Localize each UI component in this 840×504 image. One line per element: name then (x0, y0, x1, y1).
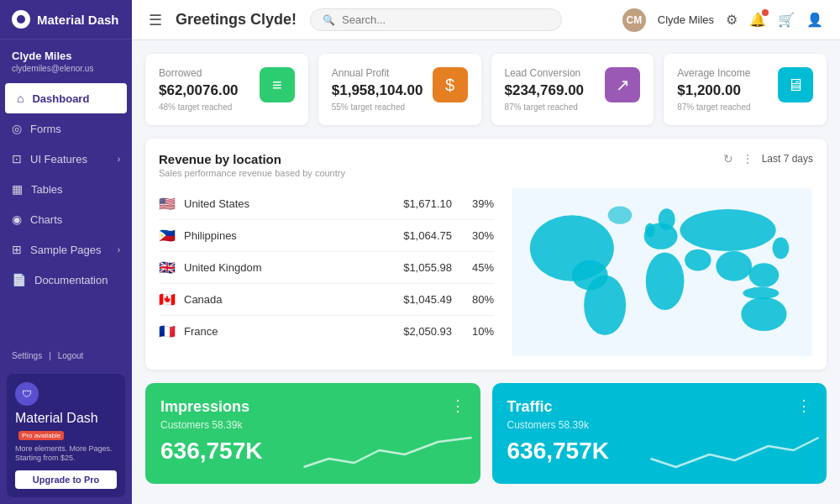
sidebar-user: Clyde Miles clydemiles@elenor.us (0, 39, 132, 83)
stat-value-borrowed: $62,0076.00 (159, 82, 260, 99)
traffic-menu-icon[interactable]: ⋮ (796, 398, 811, 413)
promo-card: 🛡 Material Dash Pro available More eleme… (7, 374, 125, 497)
sidebar-item-dashboard[interactable]: ⌂ Dashboard (5, 83, 127, 113)
traffic-chart (643, 425, 827, 484)
upgrade-button[interactable]: Upgrade to Pro (15, 470, 117, 489)
pct-fr: 10% (460, 325, 494, 338)
revenue-title: Revenue by location (159, 152, 345, 166)
sidebar-logo: Material Dash (0, 0, 132, 39)
svg-point-11 (772, 238, 789, 260)
sidebar-item-charts[interactable]: ◉ Charts (0, 204, 132, 234)
impressions-title: Impressions (160, 398, 249, 416)
svg-point-3 (584, 276, 626, 335)
stat-label-income: Average Income (677, 67, 778, 79)
sidebar-item-documentation[interactable]: 📄 Documentation (0, 265, 132, 295)
stat-info-borrowed: Borrowed $62,0076.00 48% target reached (159, 67, 260, 112)
revenue-row-uk: 🇬🇧 United Kingdom $1,055.98 45% (159, 252, 494, 284)
stat-value-income: $1,200.00 (677, 82, 778, 99)
sidebar-item-forms[interactable]: ◎ Forms (0, 113, 132, 144)
nav-label-documentation: Documentation (34, 274, 108, 286)
sidebar-item-ui-features[interactable]: ⊡ UI Features › (0, 144, 132, 174)
stat-cards: Borrowed $62,0076.00 48% target reached … (145, 54, 827, 125)
nav-label-tables: Tables (31, 183, 63, 196)
menu-icon[interactable]: ☰ (149, 11, 162, 29)
sample-pages-icon: ⊞ (12, 243, 22, 256)
stat-info-income: Average Income $1,200.00 87% target reac… (677, 67, 778, 112)
documentation-icon: 📄 (12, 273, 26, 286)
world-map (511, 188, 813, 356)
promo-icon: 🛡 (15, 382, 39, 406)
stat-sub-income: 87% target reached (677, 102, 778, 112)
stat-label-borrowed: Borrowed (159, 67, 260, 79)
revenue-title-area: Revenue by location Sales performance re… (159, 152, 345, 178)
bottom-cards: Impressions ⋮ Customers 58.39k 636,757K … (145, 383, 827, 484)
header-username: Clyde Miles (658, 13, 714, 26)
promo-title: Material Dash Pro available (15, 411, 117, 441)
svg-point-13 (608, 206, 633, 223)
revenue-header: Revenue by location Sales performance re… (159, 152, 813, 178)
stat-icon-profit: $ (433, 67, 468, 102)
flag-fr: 🇫🇷 (159, 323, 176, 339)
chevron-right-icon: › (118, 155, 120, 164)
header: ☰ Greetings Clyde! 🔍 CM Clyde Miles ⚙ 🔔 … (132, 0, 840, 40)
revenue-actions: ↻ ⋮ Last 7 days (723, 152, 813, 165)
stat-card-lead: Lead Conversion $234,769.00 87% target r… (491, 54, 654, 125)
settings-icon[interactable]: ⚙ (726, 12, 738, 28)
notifications-icon[interactable]: 🔔 (749, 12, 766, 28)
revenue-filter[interactable]: Last 7 days (762, 153, 813, 165)
more-icon[interactable]: ⋮ (742, 152, 753, 165)
sidebar: Material Dash Clyde Miles clydemiles@ele… (0, 0, 132, 504)
flag-uk: 🇬🇧 (159, 260, 176, 276)
flag-ph: 🇵🇭 (159, 228, 176, 244)
revenue-row-us: 🇺🇸 United States $1,671.10 39% (159, 188, 494, 220)
amount-ph: $1,064.75 (385, 229, 452, 242)
stat-sub-lead: 87% target reached (505, 102, 606, 112)
user-email: clydemiles@elenor.us (12, 64, 120, 73)
revenue-list: 🇺🇸 United States $1,671.10 39% 🇵🇭 Philip… (159, 188, 494, 356)
logout-link[interactable]: Logout (58, 351, 84, 360)
promo-title-text: Material Dash (15, 411, 98, 425)
user-icon[interactable]: 👤 (806, 12, 823, 28)
traffic-header: Traffic ⋮ (507, 398, 812, 416)
sidebar-item-tables[interactable]: ▦ Tables (0, 174, 132, 204)
stat-icon-lead: ↗ (605, 67, 640, 102)
impressions-header: Impressions ⋮ (160, 398, 465, 416)
impressions-chart (296, 425, 480, 484)
flag-ca: 🇨🇦 (159, 291, 176, 307)
pct-uk: 45% (460, 261, 494, 274)
promo-desc: More elements. More Pages. Starting from… (15, 444, 117, 464)
pct-us: 39% (460, 197, 494, 210)
map-svg (511, 188, 813, 356)
revenue-row-fr: 🇫🇷 France $2,050.93 10% (159, 316, 494, 347)
sidebar-footer: Settings | Logout (0, 344, 132, 367)
forms-icon: ◎ (12, 122, 22, 135)
impressions-menu-icon[interactable]: ⋮ (450, 398, 465, 413)
avatar: CM (622, 8, 646, 32)
header-actions: CM Clyde Miles ⚙ 🔔 🛒 👤 (622, 8, 823, 32)
stat-info-lead: Lead Conversion $234,769.00 87% target r… (505, 67, 606, 112)
search-input[interactable] (342, 13, 549, 26)
traffic-title: Traffic (507, 398, 553, 416)
revenue-row-ca: 🇨🇦 Canada $1,045.49 80% (159, 284, 494, 316)
svg-point-12 (743, 287, 779, 299)
cart-icon[interactable]: 🛒 (778, 12, 795, 28)
page-greeting: Greetings Clyde! (176, 11, 297, 29)
logo-icon (12, 10, 30, 29)
stat-card-borrowed: Borrowed $62,0076.00 48% target reached … (145, 54, 308, 125)
stat-card-income: Average Income $1,200.00 87% target reac… (664, 54, 827, 125)
stat-icon-income: 🖥 (778, 67, 813, 102)
promo-badge: Pro available (18, 431, 64, 440)
revenue-content: 🇺🇸 United States $1,671.10 39% 🇵🇭 Philip… (159, 188, 813, 356)
svg-point-15 (659, 208, 675, 230)
tables-icon: ▦ (12, 182, 23, 196)
stat-value-lead: $234,769.00 (505, 82, 606, 99)
refresh-icon[interactable]: ↻ (723, 152, 733, 165)
stat-info-profit: Annual Profit $1,958,104.00 55% target r… (332, 67, 433, 112)
sidebar-item-sample-pages[interactable]: ⊞ Sample Pages › (0, 234, 132, 265)
amount-uk: $1,055.98 (385, 261, 452, 274)
main-area: ☰ Greetings Clyde! 🔍 CM Clyde Miles ⚙ 🔔 … (132, 0, 840, 504)
chevron-right-icon2: › (118, 245, 120, 255)
svg-point-10 (741, 297, 786, 331)
pct-ca: 80% (460, 293, 494, 306)
settings-link[interactable]: Settings (12, 351, 42, 360)
